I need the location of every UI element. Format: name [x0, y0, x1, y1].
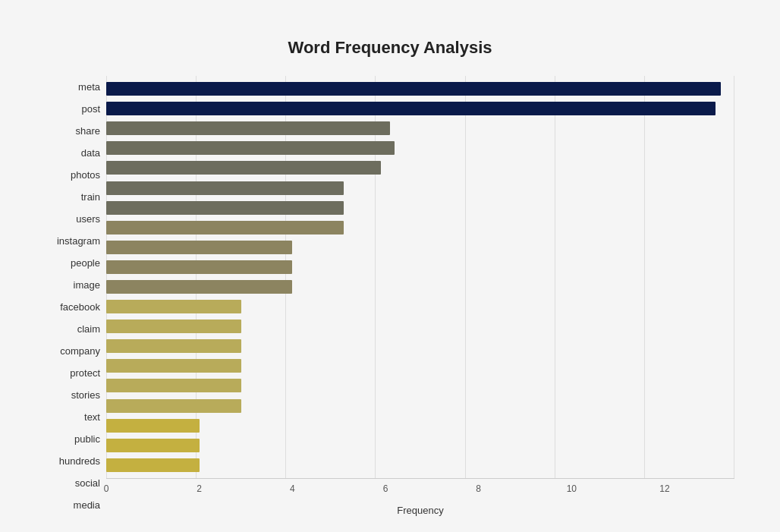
y-axis-label: facebook [60, 302, 100, 312]
y-axis-labels: metapostsharedataphotostrainusersinstagr… [46, 76, 106, 516]
bar [106, 181, 344, 195]
bar [106, 399, 241, 413]
y-axis-label: instagram [57, 236, 100, 246]
y-axis-label: claim [77, 324, 100, 334]
y-axis-label: company [60, 346, 100, 356]
bar-row [106, 219, 734, 237]
y-axis-label: photos [71, 170, 100, 180]
bar [106, 102, 716, 115]
x-tick-label: 8 [476, 483, 481, 494]
x-tick-labels: 024681012 [106, 483, 734, 499]
grid-and-bars [106, 76, 734, 478]
y-axis-label: hundreds [59, 456, 100, 466]
bar-row [106, 159, 734, 177]
y-axis-label: image [74, 280, 100, 290]
y-axis-label: meta [78, 82, 100, 92]
x-tick-label: 0 [104, 483, 109, 494]
bar-row [106, 436, 734, 455]
bar-row [106, 179, 734, 197]
bar-row [106, 238, 734, 257]
bar [106, 161, 381, 175]
bar [106, 419, 200, 433]
y-axis-label: media [74, 500, 100, 510]
bar-row [106, 297, 734, 316]
y-axis-label: public [74, 434, 100, 444]
bar [106, 201, 344, 215]
bar [106, 121, 390, 135]
bar-row [106, 80, 734, 98]
bar-row [106, 397, 734, 415]
bar [106, 241, 292, 254]
bar [106, 359, 241, 373]
bar [106, 439, 200, 452]
bar [106, 280, 292, 294]
chart-title: Word Frequency Analysis [46, 30, 734, 58]
chart-container: Word Frequency Analysis metapostsharedat… [15, 15, 765, 532]
bar-row [106, 139, 734, 157]
bar-row [106, 337, 734, 355]
x-axis: 024681012 Frequency [106, 478, 734, 516]
x-axis-title: Frequency [397, 505, 443, 516]
x-tick-label: 12 [659, 483, 669, 494]
bar [106, 141, 395, 155]
bars-and-grid: 024681012 Frequency [106, 76, 734, 516]
bar [106, 82, 721, 96]
y-axis-label: stories [71, 390, 100, 400]
bars-wrapper [106, 76, 734, 478]
y-axis-label: data [81, 148, 100, 158]
bar [106, 379, 241, 392]
bar-row [106, 99, 734, 118]
y-axis-label: social [75, 478, 100, 488]
x-axis-line [106, 478, 734, 479]
bar [106, 221, 344, 235]
x-tick-label: 2 [197, 483, 202, 494]
y-axis-label: share [75, 126, 100, 136]
x-tick-label: 10 [567, 483, 577, 494]
bar-row [106, 317, 734, 335]
bar-row [106, 119, 734, 137]
bar [106, 260, 292, 274]
y-axis-label: train [81, 192, 100, 202]
x-tick-label: 4 [290, 483, 295, 494]
bar [106, 339, 241, 353]
bar-row [106, 258, 734, 276]
bar-row [106, 199, 734, 217]
bar-row [106, 417, 734, 435]
y-axis-label: users [76, 214, 100, 224]
bar [106, 300, 241, 313]
y-axis-label: post [81, 104, 100, 114]
bar-row [106, 278, 734, 296]
x-tick-label: 6 [383, 483, 388, 494]
bar-row [106, 376, 734, 395]
bar-row [106, 357, 734, 375]
bar-row [106, 456, 734, 474]
bar [106, 320, 241, 333]
chart-area: metapostsharedataphotostrainusersinstagr… [46, 76, 734, 516]
y-axis-label: text [84, 412, 100, 422]
y-axis-label: protect [70, 368, 100, 378]
y-axis-label: people [71, 258, 100, 268]
bar [106, 458, 200, 472]
